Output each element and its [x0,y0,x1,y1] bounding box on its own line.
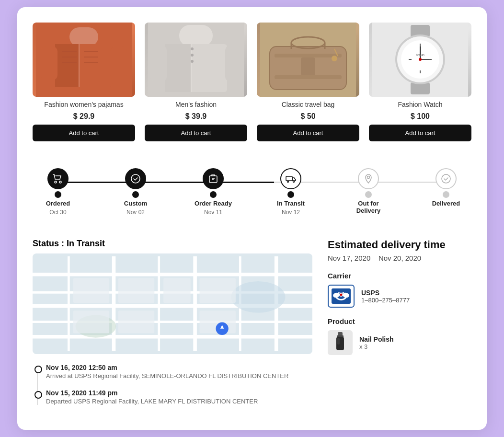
svg-rect-54 [286,176,292,181]
carrier-logo [328,285,355,308]
product-row: Nail Polish x 3 [328,330,471,355]
delivery-dates: Nov 17, 2020 – Nov 20, 2020 [328,254,471,262]
svg-rect-19 [225,46,241,81]
product-price-mens: $ 39.9 [185,112,206,121]
tracking-step-ordered: Ordered Oct 30 [36,168,80,216]
svg-rect-16 [165,44,191,92]
svg-point-58 [442,174,450,183]
add-to-cart-pajamas[interactable]: Add to cart [33,125,135,141]
map-container [33,253,312,354]
tracking-events: Nov 16, 2020 12:50 am Arrived at USPS Re… [33,364,312,405]
product-name-pajamas: Fashion women's pajamas [44,101,123,108]
svg-point-90 [340,294,343,296]
svg-rect-31 [301,58,315,75]
product-price-watch: $ 100 [411,112,430,121]
svg-rect-5 [41,46,57,80]
product-item-mens: Men's fashion $ 39.9 Add to cart [145,23,247,141]
step-date-order-ready: Nov 11 [204,209,222,216]
carrier-section-title: Carrier [328,272,471,280]
step-dot-ordered [55,191,61,198]
svg-rect-14 [179,25,213,46]
step-icon-delivered [435,168,457,189]
step-icon-ordered [47,168,69,189]
svg-rect-30 [275,75,342,79]
product-item-pajamas: Fashion women's pajamas $ 29.9 Add to ca… [33,23,135,141]
status-title: Status : In Transit [33,239,312,249]
main-card: Fashion women's pajamas $ 29.9 Add to ca… [17,7,487,430]
product-image-pajamas [33,23,135,97]
svg-point-47 [419,58,422,61]
tracking-step-in-transit: In Transit Nov 12 [269,168,312,216]
event-dot-0 [34,366,42,373]
event-date-1: Nov 15, 2020 11:49 pm [46,389,312,397]
step-label-delivered: Delivered [432,200,460,207]
svg-point-22 [191,60,194,63]
step-icon-order-ready [203,168,224,189]
tracking-step-order-ready: Order Ready Nov 11 [192,168,235,216]
delivery-title: Estimated delivery time [328,239,471,251]
svg-point-56 [293,181,295,183]
product-image-bag [257,23,359,97]
tracking-steps: Ordered Oct 30 Custom Nov 02 Order Ready… [33,168,471,216]
svg-point-55 [287,181,289,183]
svg-point-57 [367,176,370,179]
svg-rect-3 [55,44,79,87]
event-dot-1 [34,391,42,399]
tracking-step-out-for-delivery: Out for Delivery [347,168,390,214]
step-label-custom: Custom [124,200,147,207]
svg-point-50 [131,174,140,183]
add-to-cart-watch[interactable]: Add to cart [369,125,471,141]
svg-point-48 [55,181,57,183]
event-date-0: Nov 16, 2020 12:50 am [46,364,312,371]
svg-rect-29 [275,54,342,58]
step-dot-order-ready [210,191,217,198]
products-grid: Fashion women's pajamas $ 29.9 Add to ca… [33,23,471,141]
product-thumbnail [328,330,353,355]
event-desc-0: Arrived at USPS Regional Facility, SEMIN… [46,372,312,380]
step-icon-custom [125,168,146,189]
step-dot-custom [132,191,139,198]
step-icon-out-for-delivery [358,168,379,189]
svg-rect-1 [69,27,98,46]
tracking-step-custom: Custom Nov 02 [114,168,157,216]
step-dot-delivered [443,191,449,198]
product-item-bag: Classic travel bag $ 50 Add to cart [257,23,359,141]
event-timeline-line [37,369,38,405]
tracking-step-delivered: Delivered [424,168,468,207]
product-name-watch: Fashion Watch [398,101,443,108]
left-panel: Status : In Transit [33,239,312,414]
carrier-name: USPS [361,289,410,297]
carrier-row: USPS 1–800–275–8777 [328,285,471,308]
right-panel: Estimated delivery time Nov 17, 2020 – N… [328,239,471,355]
product-item-watch: braun Fashion Watch $ 100 Add to cart [369,23,471,141]
svg-point-32 [332,56,337,61]
svg-rect-94 [337,338,340,345]
svg-rect-18 [150,46,167,81]
carrier-info: USPS 1–800–275–8777 [361,289,410,304]
svg-rect-51 [209,176,217,183]
svg-point-20 [191,47,194,50]
step-label-out-for-delivery: Out for Delivery [347,200,390,214]
add-to-cart-bag[interactable]: Add to cart [257,125,359,141]
step-label-ordered: Ordered [46,200,70,207]
step-label-order-ready: Order Ready [195,200,232,207]
tracking-event-0: Nov 16, 2020 12:50 am Arrived at USPS Re… [46,364,312,380]
step-date-custom: Nov 02 [126,209,145,216]
product-name-mens: Men's fashion [175,101,217,108]
svg-rect-78 [200,278,236,303]
svg-rect-73 [73,278,109,303]
product-quantity: x 3 [359,343,394,350]
step-icon-in-transit [280,168,301,189]
step-date-in-transit: Nov 12 [282,209,300,216]
svg-rect-6 [110,46,127,80]
svg-rect-77 [118,310,154,333]
svg-rect-74 [118,278,154,303]
svg-point-49 [59,181,61,183]
product-section-title: Product [328,317,471,325]
svg-point-21 [191,54,194,57]
product-image-mens [145,23,247,97]
svg-rect-75 [163,278,191,303]
event-desc-1: Departed USPS Regional Facility, LAKE MA… [46,398,312,405]
add-to-cart-mens[interactable]: Add to cart [145,125,247,141]
svg-point-71 [231,281,285,313]
